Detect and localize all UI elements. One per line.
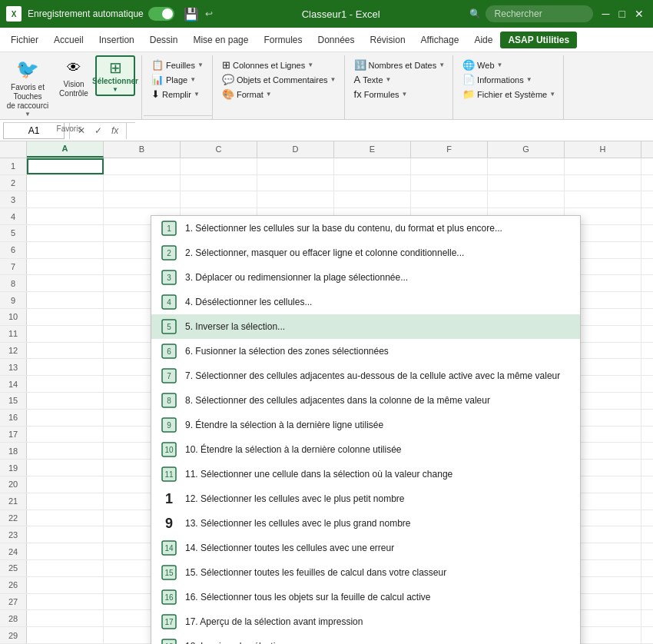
search-input[interactable] [486,5,593,22]
grid-cell[interactable] [641,275,653,291]
grid-cell[interactable] [641,443,653,459]
grid-cell[interactable] [641,343,653,359]
list-item[interactable]: 3 3. Déplacer ou redimensionner la plage… [151,265,580,290]
grid-cell[interactable] [641,460,653,476]
format-btn[interactable]: 🎨 Format ▼ [219,88,340,101]
list-item[interactable]: 1 1. Sélectionner les cellules sur la ba… [151,216,580,241]
grid-cell[interactable] [181,191,257,207]
maximize-icon[interactable]: □ [616,6,628,22]
grid-cell[interactable] [27,343,104,359]
grid-cell[interactable] [641,242,653,258]
menu-aide[interactable]: Aide [466,32,500,48]
grid-cell[interactable] [27,610,104,626]
grid-cell[interactable] [641,309,653,325]
grid-cell[interactable] [27,326,104,342]
col-header-g[interactable]: G [488,141,565,158]
list-item[interactable]: 10 10. Étendre la sélection à la dernièr… [151,437,580,462]
grid-cell[interactable] [641,560,653,576]
grid-cell[interactable] [641,543,653,559]
informations-btn[interactable]: 📄 Informations ▼ [459,73,559,86]
favoris-btn[interactable]: 🐦 Favoris et Touchesde raccourci ▼ [3,55,52,119]
grid-cell[interactable] [641,359,653,375]
menu-mise-en-page[interactable]: Mise en page [185,32,256,48]
list-item[interactable]: 14 14. Sélectionner toutes les cellules … [151,536,580,560]
menu-affichage[interactable]: Affichage [413,32,467,48]
vision-btn[interactable]: 👁 VisionContrôle [55,55,92,100]
grid-cell[interactable] [641,393,653,409]
grid-cell[interactable] [27,242,104,258]
selectionner-btn[interactable]: ⊞ Sélectionner ▼ [95,55,135,96]
grid-cell[interactable] [27,493,104,510]
grid-cell[interactable] [27,309,104,325]
texte-btn[interactable]: A Texte ▼ [351,73,449,86]
grid-cell[interactable] [641,175,653,191]
grid-cell[interactable] [27,175,104,191]
grid-cell[interactable] [565,158,641,174]
list-item[interactable]: 15 15. Sélectionner toutes les feuilles … [151,560,580,585]
grid-cell[interactable] [27,427,104,443]
grid-cell[interactable] [27,526,104,543]
grid-cell[interactable] [181,175,257,191]
grid-cell[interactable] [27,225,104,241]
menu-dessin[interactable]: Dessin [142,32,186,48]
undo-icon[interactable]: ↩ [205,8,213,19]
grid-cell[interactable] [104,191,181,207]
save-icon[interactable]: 💾 [184,7,199,22]
grid-cell[interactable] [27,393,104,409]
fichier-btn[interactable]: 📁 Fichier et Système ▼ [459,88,559,101]
grid-cell[interactable] [641,577,653,593]
menu-formules[interactable]: Formules [256,32,310,48]
grid-cell[interactable] [27,543,104,559]
col-header-h[interactable]: H [565,141,641,158]
list-item[interactable]: 9 9. Étendre la sélection à la dernière … [151,413,580,437]
list-item[interactable]: 8 8. Sélectionner des cellules adjacente… [151,388,580,413]
grid-cell[interactable] [257,175,334,191]
grid-cell[interactable] [27,627,104,643]
grid-cell[interactable] [641,493,653,510]
grid-cell[interactable] [411,158,488,174]
list-item[interactable]: 11 11. Sélectionner une cellule dans la … [151,462,580,486]
grid-cell[interactable] [27,158,104,174]
grid-cell[interactable] [641,225,653,241]
grid-cell[interactable] [641,594,653,610]
web-btn[interactable]: 🌐 Web ▼ [459,58,559,71]
remplir-btn[interactable]: ⬇ Remplir ▼ [148,88,207,101]
list-item[interactable]: 2 2. Sélectionner, masquer ou effacer li… [151,241,580,265]
grid-cell[interactable] [27,476,104,493]
menu-revision[interactable]: Révision [363,32,413,48]
grid-cell[interactable] [641,376,653,392]
grid-cell[interactable] [641,627,653,643]
grid-cell[interactable] [488,175,565,191]
list-item[interactable]: 18 18. Imprimer la sélection [151,634,580,644]
formules-btn[interactable]: fx Formules ▼ [351,88,449,101]
col-header-e[interactable]: E [334,141,411,158]
menu-fichier[interactable]: Fichier [3,32,46,48]
grid-cell[interactable] [27,259,104,275]
colonnes-btn[interactable]: ⊞ Colonnes et Lignes ▼ [219,58,340,71]
list-item[interactable]: 6 6. Fusionner la sélection des zones sé… [151,339,580,363]
grid-cell[interactable] [641,292,653,308]
col-header-f[interactable]: F [411,141,488,158]
grid-cell[interactable] [27,577,104,593]
grid-cell[interactable] [641,610,653,626]
grid-cell[interactable] [641,259,653,275]
list-item[interactable]: 4 4. Désélectionner les cellules... [151,290,580,314]
grid-cell[interactable] [641,410,653,426]
minimize-icon[interactable]: ─ [599,6,613,22]
grid-cell[interactable] [411,191,488,207]
grid-cell[interactable] [641,427,653,443]
list-item[interactable]: 5 5. Inverser la sélection... [151,314,580,339]
col-header-a[interactable]: A [27,141,104,158]
grid-cell[interactable] [411,175,488,191]
grid-cell[interactable] [641,191,653,207]
grid-cell[interactable] [104,175,181,191]
plage-btn[interactable]: 📊 Plage ▼ [148,73,207,86]
grid-cell[interactable] [641,326,653,342]
list-item[interactable]: 112. Sélectionner les cellules avec le p… [151,486,580,511]
grid-cell[interactable] [181,158,257,174]
menu-asap[interactable]: ASAP Utilities [500,32,577,48]
grid-cell[interactable] [641,208,653,224]
grid-cell[interactable] [257,191,334,207]
grid-cell[interactable] [27,376,104,392]
grid-cell[interactable] [334,158,411,174]
